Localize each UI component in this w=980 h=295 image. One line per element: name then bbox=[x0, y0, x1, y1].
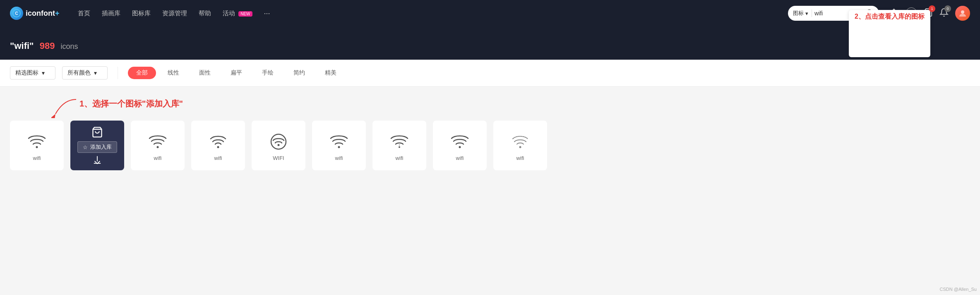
svg-point-12 bbox=[217, 146, 219, 148]
filter-divider bbox=[118, 67, 118, 79]
nav-links: 首页 插画库 图标库 资源管理 帮助 活动 NEW ··· bbox=[78, 9, 778, 18]
annotation-container: 2、点击查看入库的图标 bbox=[864, 22, 914, 57]
nav-activity[interactable]: 活动 NEW bbox=[223, 10, 252, 17]
icon-label-1: wifi bbox=[33, 155, 41, 161]
navbar: C iconfont+ 首页 插画库 图标库 资源管理 帮助 活动 NEW ··… bbox=[0, 0, 980, 27]
svg-point-16 bbox=[399, 146, 400, 148]
tab-elegant[interactable]: 精美 bbox=[317, 67, 345, 79]
bell-button[interactable]: 0 bbox=[939, 8, 949, 19]
tab-simple[interactable]: 简约 bbox=[285, 67, 313, 79]
instruction-step1: 1、选择一个图标"添加入库" bbox=[79, 98, 183, 109]
wifi-icon-4 bbox=[208, 132, 228, 152]
curated-filter[interactable]: 精选图标 ▾ bbox=[10, 66, 55, 80]
add-to-library-button[interactable]: ☆ 添加入库 bbox=[77, 141, 117, 153]
search-type-selector[interactable]: 图标 ▾ bbox=[793, 10, 812, 17]
icon-card-8[interactable]: wifi bbox=[433, 121, 487, 170]
logo-text: iconfont+ bbox=[26, 9, 60, 18]
nav-illustration[interactable]: 插画库 bbox=[102, 10, 120, 17]
instruction-arrow-svg bbox=[51, 97, 84, 118]
tab-solid[interactable]: 面性 bbox=[191, 67, 219, 79]
svg-point-18 bbox=[459, 146, 461, 148]
nav-iconlib[interactable]: 图标库 bbox=[132, 10, 151, 17]
svg-point-17 bbox=[399, 145, 400, 145]
icon-label-6: wifi bbox=[335, 155, 343, 161]
activity-badge: NEW bbox=[238, 11, 252, 17]
svg-point-11 bbox=[157, 146, 159, 148]
icon-card-1[interactable]: wifi bbox=[10, 121, 64, 170]
icon-card-9[interactable]: wifi bbox=[493, 121, 547, 170]
style-tabs: 全部 线性 面性 扁平 手绘 简约 精美 bbox=[128, 67, 970, 79]
icon-label-5: WIFI bbox=[273, 155, 284, 161]
nav-help[interactable]: 帮助 bbox=[199, 10, 211, 17]
svg-text:C: C bbox=[15, 11, 18, 16]
annotation-step2: 2、点击查看入库的图标 bbox=[849, 10, 930, 57]
tab-line[interactable]: 线性 bbox=[159, 67, 187, 79]
wifi-icon-3 bbox=[148, 132, 168, 152]
wifi-icon-8 bbox=[450, 132, 470, 152]
icon-label-7: wifi bbox=[396, 155, 404, 161]
icon-label-4: wifi bbox=[214, 155, 222, 161]
icon-label-3: wifi bbox=[154, 155, 162, 161]
wifi-icon-6 bbox=[329, 132, 349, 152]
icon-card-7[interactable]: wifi bbox=[372, 121, 426, 170]
svg-point-5 bbox=[961, 10, 964, 14]
wifi-icon-9 bbox=[510, 132, 530, 152]
tab-flat[interactable]: 扁平 bbox=[222, 67, 250, 79]
icon-card-4[interactable]: wifi bbox=[191, 121, 245, 170]
result-area: "wifi" 989 icons 2、点击查看入库的图标 bbox=[0, 27, 980, 60]
filter-bar: 精选图标 ▾ 所有颜色 ▾ 全部 线性 面性 扁平 手绘 简约 精美 bbox=[0, 60, 980, 87]
svg-point-8 bbox=[36, 146, 38, 148]
nav-more[interactable]: ··· bbox=[264, 9, 270, 18]
wifi-icon-5 bbox=[269, 132, 288, 152]
icon-card-6[interactable]: wifi bbox=[312, 121, 366, 170]
icon-card-3[interactable]: wifi bbox=[131, 121, 185, 170]
icon-label-8: wifi bbox=[456, 155, 464, 161]
logo-icon: C bbox=[10, 7, 23, 20]
tab-handdrawn[interactable]: 手绘 bbox=[254, 67, 282, 79]
star-icon: ☆ bbox=[83, 144, 88, 150]
icon-label-9: wifi bbox=[516, 155, 524, 161]
avatar-button[interactable] bbox=[955, 6, 970, 21]
card-overlay: ☆ 添加入库 bbox=[70, 121, 124, 170]
wifi-icon-7 bbox=[389, 132, 409, 152]
svg-point-14 bbox=[278, 144, 280, 146]
instruction-area: 1、选择一个图标"添加入库" bbox=[0, 87, 980, 117]
color-filter[interactable]: 所有颜色 ▾ bbox=[62, 66, 108, 80]
icon-card-2[interactable]: ☆ 添加入库 bbox=[70, 121, 124, 170]
tab-all[interactable]: 全部 bbox=[128, 67, 156, 79]
overlay-cart-icon bbox=[90, 125, 105, 140]
download-button[interactable] bbox=[93, 155, 102, 166]
svg-point-15 bbox=[338, 146, 340, 148]
nav-resources[interactable]: 资源管理 bbox=[162, 10, 187, 17]
logo[interactable]: C iconfont+ bbox=[10, 7, 68, 20]
icon-card-5[interactable]: WIFI bbox=[252, 121, 305, 170]
svg-point-19 bbox=[519, 146, 521, 148]
wifi-icon-1 bbox=[27, 132, 47, 152]
icon-grid: wifi ☆ 添加入库 bbox=[0, 117, 980, 180]
result-title: "wifi" 989 icons bbox=[10, 41, 78, 51]
bell-badge: 0 bbox=[944, 5, 951, 12]
nav-home[interactable]: 首页 bbox=[78, 10, 90, 17]
